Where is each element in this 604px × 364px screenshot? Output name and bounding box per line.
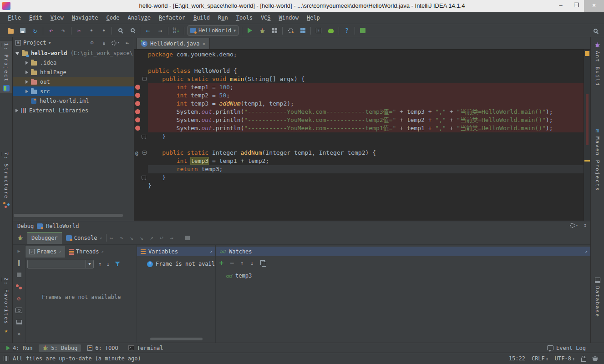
view-breakpoints-button[interactable]: ⊘	[15, 295, 24, 302]
hector-inspector-icon[interactable]	[593, 356, 598, 361]
tab-frames[interactable]: ↙ Frames ↗	[25, 246, 65, 258]
close-button[interactable]: ×	[584, 0, 604, 12]
collapsed-arrow-icon[interactable]	[25, 80, 28, 84]
step-out-button[interactable]: ↗	[147, 233, 156, 243]
expanded-arrow-icon[interactable]	[15, 52, 19, 55]
move-watch-up-button[interactable]: ↑	[240, 260, 244, 267]
chevron-down-icon[interactable]: ▼	[49, 40, 51, 45]
combo-arrow-icon[interactable]: ▼	[86, 260, 93, 268]
editor-gutter[interactable]	[134, 59, 148, 67]
editor-gutter[interactable]	[134, 132, 148, 141]
breakpoint-icon[interactable]	[135, 85, 140, 90]
editor-gutter[interactable]	[134, 182, 148, 190]
maximize-button[interactable]: ❐	[568, 0, 584, 12]
editor-error-stripe[interactable]	[584, 50, 590, 221]
toolwindow-toggle-icon[interactable]	[4, 356, 9, 361]
code-line-3[interactable]: public class HelloWorld {	[134, 67, 584, 75]
menu-item-analyze[interactable]: Analyze	[124, 12, 155, 24]
aim-button[interactable]: ⊕	[88, 39, 96, 46]
breakpoint-icon[interactable]	[135, 101, 140, 106]
code-line-14[interactable]: int temp3 = temp1 + temp2;	[134, 157, 584, 165]
stop-button[interactable]	[15, 271, 24, 278]
breakpoint-icon[interactable]	[135, 126, 140, 131]
fold-collapse-icon[interactable]: −	[142, 77, 147, 81]
editor-gutter[interactable]	[134, 91, 148, 100]
line-ending-selector[interactable]: CRLF↕	[532, 355, 548, 362]
editor-gutter[interactable]	[134, 51, 148, 59]
back-button[interactable]: ←	[143, 26, 152, 35]
editor-tab[interactable]: C HelloWorld.java ×	[137, 38, 210, 49]
code-line-16[interactable]: }	[134, 173, 584, 182]
tree-item-external-libraries[interactable]: External Libraries	[13, 106, 134, 115]
stripe-button-2-favorites[interactable]: 2: Favorites★	[0, 278, 12, 334]
open-button[interactable]	[6, 26, 15, 35]
code-line-9[interactable]: System.out.println("-----------YouMeek.c…	[134, 116, 584, 124]
menu-item-refactor[interactable]: Refactor	[155, 12, 189, 24]
show-execution-point-button[interactable]: ↦	[107, 233, 116, 243]
code-line-17[interactable]: }	[134, 182, 584, 190]
menu-item-window[interactable]: Window	[275, 12, 303, 24]
code-line-6[interactable]: int temp2 = 50;	[134, 91, 584, 100]
thread-dump-button[interactable]	[15, 307, 24, 314]
sdk-manager-button[interactable]: ↓	[314, 26, 323, 35]
code-line-1[interactable]: package com.youmeek.demo;	[134, 51, 584, 59]
thread-selector-combo[interactable]: ▼	[27, 260, 94, 268]
mute-breakpoints-button[interactable]	[15, 283, 24, 290]
code-line-10[interactable]: System.out.println("-----------YouMeek.c…	[134, 124, 584, 132]
prev-frame-button[interactable]: ↑	[98, 261, 102, 268]
code-line-13[interactable]: @− public static Integer addNum(Integer …	[134, 149, 584, 157]
next-frame-button[interactable]: ↓	[107, 261, 110, 268]
forward-button[interactable]: →	[156, 26, 165, 35]
settings-button[interactable]	[286, 26, 295, 35]
cut-button[interactable]: ✂	[75, 26, 84, 35]
editor-gutter[interactable]	[134, 116, 148, 124]
project-horizontal-scrollbar[interactable]	[14, 214, 123, 217]
caret-position[interactable]: 15:22	[509, 355, 525, 362]
editor-gutter[interactable]: −	[134, 75, 148, 83]
collapse-button[interactable]: ↨	[100, 39, 107, 46]
redo-button[interactable]: ↷	[59, 26, 68, 35]
stripe-button-7-structure[interactable]: 7: Structure	[0, 152, 12, 208]
variables-header[interactable]: Variables ↗	[137, 247, 215, 256]
duplicate-watch-button[interactable]	[260, 260, 266, 266]
menu-item-help[interactable]: Help	[303, 12, 324, 24]
menu-item-tools[interactable]: Tools	[232, 12, 257, 24]
stop-button[interactable]	[183, 233, 192, 243]
editor-gutter[interactable]	[134, 141, 148, 149]
hide-button[interactable]: ⇤	[124, 39, 131, 46]
find-button[interactable]	[115, 26, 124, 35]
collapsed-arrow-icon[interactable]	[15, 109, 18, 112]
menu-item-build[interactable]: Build	[189, 12, 214, 24]
undo-button[interactable]: ↶	[46, 26, 56, 35]
menu-item-edit[interactable]: Edit	[25, 12, 46, 24]
sync-button[interactable]: ↻	[30, 26, 40, 35]
stripe-button-database[interactable]: Database	[591, 278, 604, 318]
code-line-2[interactable]	[134, 59, 584, 67]
stripe-button-maven-projects[interactable]: mMaven Projects	[591, 127, 604, 192]
editor-gutter[interactable]	[134, 108, 148, 116]
fold-collapse-icon[interactable]: −	[142, 151, 147, 155]
collapsed-arrow-icon[interactable]	[25, 90, 28, 93]
toolwindow-button-terminal[interactable]: >_Terminal	[125, 344, 167, 352]
editor-gutter[interactable]	[134, 173, 148, 182]
plugin-button[interactable]	[358, 26, 367, 35]
run-configuration-combo[interactable]: HelloWorld▼	[188, 25, 239, 35]
gear-caret-button[interactable]: ▾	[112, 39, 119, 46]
menu-item-code[interactable]: Code	[102, 12, 124, 24]
run-to-cursor-button[interactable]: ⇥	[167, 233, 176, 243]
step-over-button[interactable]: ↷	[117, 233, 126, 243]
move-watch-down-button[interactable]: ↓	[250, 260, 254, 267]
collapsed-arrow-icon[interactable]	[25, 71, 28, 74]
drop-frame-button[interactable]: ↩	[157, 233, 166, 243]
paste-button[interactable]: •	[99, 26, 108, 35]
tab-threads[interactable]: Threads ↗	[65, 246, 107, 258]
menu-item-run[interactable]: Run	[214, 12, 232, 24]
editor-gutter[interactable]	[134, 83, 148, 91]
coverage-button[interactable]	[270, 26, 279, 35]
hide-debug-panel-button[interactable]: ↧	[584, 222, 587, 228]
fold-end-icon[interactable]	[142, 176, 146, 180]
stripe-button-1-project[interactable]: 1: Project	[0, 41, 12, 93]
collapsed-arrow-icon[interactable]	[25, 61, 28, 65]
menu-item-navigate[interactable]: Navigate	[68, 12, 102, 24]
event-log-button[interactable]: Event Log	[547, 345, 586, 351]
